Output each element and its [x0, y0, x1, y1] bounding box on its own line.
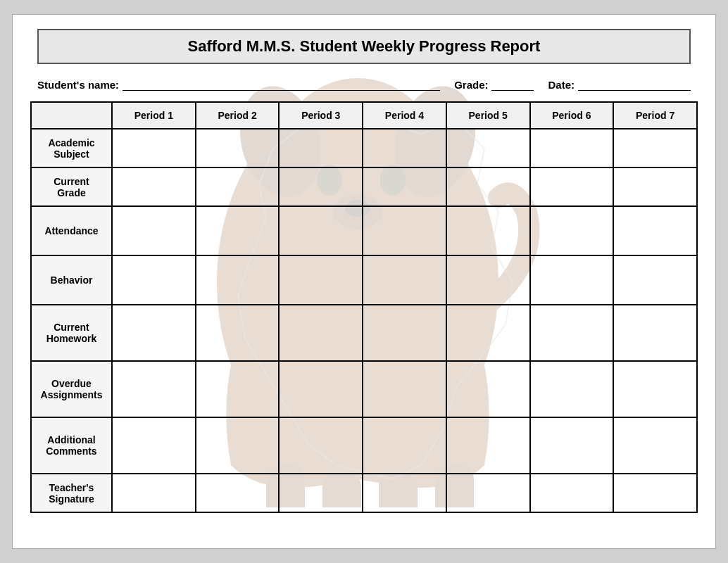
- cell-academic-p5[interactable]: [446, 129, 530, 167]
- cell-homework-p1[interactable]: [112, 305, 196, 361]
- cell-attendance-p1[interactable]: [112, 206, 196, 255]
- col-header-period3: Period 3: [279, 102, 363, 129]
- cell-signature-p4[interactable]: [363, 474, 446, 512]
- cell-grade-p7[interactable]: [613, 167, 697, 206]
- cell-attendance-p6[interactable]: [530, 206, 614, 255]
- cell-grade-p6[interactable]: [530, 167, 614, 206]
- grade-field[interactable]: [491, 78, 534, 91]
- cell-comments-p5[interactable]: [446, 417, 530, 474]
- table-header-row: Period 1 Period 2 Period 3 Period 4 Peri…: [31, 102, 697, 129]
- table-row-attendance: Attendance: [31, 206, 697, 255]
- student-info-row: Student's name: Grade: Date:: [30, 78, 698, 91]
- grade-label: Grade:: [454, 79, 488, 91]
- cell-comments-p3[interactable]: [279, 417, 363, 474]
- cell-homework-p6[interactable]: [530, 305, 614, 361]
- row-label-behavior: Behavior: [31, 255, 112, 305]
- cell-homework-p7[interactable]: [613, 305, 697, 361]
- col-header-period6: Period 6: [530, 102, 614, 129]
- main-content: Safford M.M.S. Student Weekly Progress R…: [30, 29, 698, 513]
- cell-homework-p2[interactable]: [196, 305, 280, 361]
- date-field[interactable]: [578, 78, 691, 91]
- row-label-overdue-assignments: OverdueAssignments: [31, 361, 112, 417]
- row-label-current-grade: CurrentGrade: [31, 167, 112, 206]
- table-row-teachers-signature: Teacher'sSignature: [31, 474, 697, 512]
- cell-academic-p1[interactable]: [112, 129, 196, 167]
- cell-overdue-p6[interactable]: [530, 361, 614, 417]
- cell-signature-p7[interactable]: [613, 474, 697, 512]
- cell-comments-p4[interactable]: [363, 417, 446, 474]
- title-box: Safford M.M.S. Student Weekly Progress R…: [37, 29, 691, 64]
- cell-comments-p6[interactable]: [530, 417, 614, 474]
- cell-attendance-p5[interactable]: [446, 206, 530, 255]
- cell-comments-p1[interactable]: [112, 417, 196, 474]
- col-header-period2: Period 2: [196, 102, 280, 129]
- cell-attendance-p2[interactable]: [196, 206, 280, 255]
- cell-grade-p5[interactable]: [446, 167, 530, 206]
- cell-signature-p3[interactable]: [279, 474, 363, 512]
- table-row-academic-subject: AcademicSubject: [31, 129, 697, 167]
- col-header-period5: Period 5: [446, 102, 530, 129]
- row-label-additional-comments: AdditionalComments: [31, 417, 112, 474]
- cell-academic-p7[interactable]: [613, 129, 697, 167]
- cell-attendance-p4[interactable]: [363, 206, 446, 255]
- page-title: Safford M.M.S. Student Weekly Progress R…: [188, 37, 541, 55]
- cell-comments-p2[interactable]: [196, 417, 280, 474]
- cell-homework-p4[interactable]: [363, 305, 446, 361]
- col-header-period1: Period 1: [112, 102, 196, 129]
- cell-comments-p7[interactable]: [613, 417, 697, 474]
- table-row-current-grade: CurrentGrade: [31, 167, 697, 206]
- table-row-behavior: Behavior: [31, 255, 697, 305]
- cell-homework-p3[interactable]: [279, 305, 363, 361]
- cell-overdue-p1[interactable]: [112, 361, 196, 417]
- cell-grade-p1[interactable]: [112, 167, 196, 206]
- row-label-teachers-signature: Teacher'sSignature: [31, 474, 112, 512]
- cell-overdue-p4[interactable]: [363, 361, 446, 417]
- cell-attendance-p3[interactable]: [279, 206, 363, 255]
- cell-behavior-p6[interactable]: [530, 255, 614, 305]
- cell-behavior-p1[interactable]: [112, 255, 196, 305]
- cell-attendance-p7[interactable]: [613, 206, 697, 255]
- cell-overdue-p5[interactable]: [446, 361, 530, 417]
- row-label-current-homework: CurrentHomework: [31, 305, 112, 361]
- row-label-attendance: Attendance: [31, 206, 112, 255]
- cell-behavior-p3[interactable]: [279, 255, 363, 305]
- date-label: Date:: [548, 79, 575, 91]
- col-header-period4: Period 4: [363, 102, 446, 129]
- cell-signature-p2[interactable]: [196, 474, 280, 512]
- cell-grade-p3[interactable]: [279, 167, 363, 206]
- col-header-empty: [31, 102, 112, 129]
- cell-homework-p5[interactable]: [446, 305, 530, 361]
- cell-overdue-p7[interactable]: [613, 361, 697, 417]
- student-name-label: Student's name:: [37, 79, 119, 91]
- cell-behavior-p5[interactable]: [446, 255, 530, 305]
- cell-behavior-p2[interactable]: [196, 255, 280, 305]
- col-header-period7: Period 7: [613, 102, 697, 129]
- cell-academic-p2[interactable]: [196, 129, 280, 167]
- cell-academic-p4[interactable]: [363, 129, 446, 167]
- cell-signature-p5[interactable]: [446, 474, 530, 512]
- cell-behavior-p7[interactable]: [613, 255, 697, 305]
- cell-overdue-p3[interactable]: [279, 361, 363, 417]
- table-row-additional-comments: AdditionalComments: [31, 417, 697, 474]
- cell-grade-p4[interactable]: [363, 167, 446, 206]
- progress-table: Period 1 Period 2 Period 3 Period 4 Peri…: [30, 101, 698, 513]
- cell-overdue-p2[interactable]: [196, 361, 280, 417]
- cell-behavior-p4[interactable]: [363, 255, 446, 305]
- page: Safford M.M.S. Student Weekly Progress R…: [12, 14, 716, 549]
- cell-academic-p6[interactable]: [530, 129, 614, 167]
- cell-academic-p3[interactable]: [279, 129, 363, 167]
- table-row-overdue-assignments: OverdueAssignments: [31, 361, 697, 417]
- cell-signature-p6[interactable]: [530, 474, 614, 512]
- cell-grade-p2[interactable]: [196, 167, 280, 206]
- cell-signature-p1[interactable]: [112, 474, 196, 512]
- student-name-field[interactable]: [123, 78, 440, 91]
- table-row-current-homework: CurrentHomework: [31, 305, 697, 361]
- row-label-academic-subject: AcademicSubject: [31, 129, 112, 167]
